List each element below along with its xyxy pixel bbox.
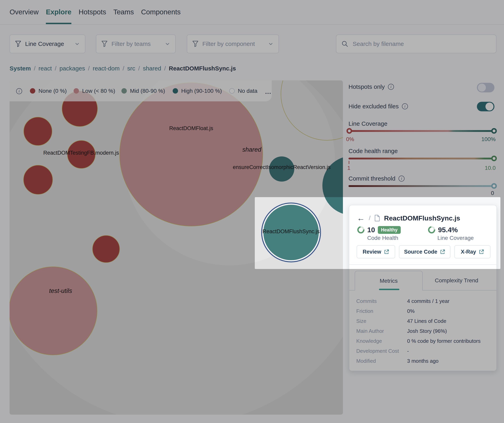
commit-threshold-slider[interactable]: [348, 185, 495, 187]
file-bubble[interactable]: [24, 117, 52, 146]
metric-row-friction: Friction0%: [356, 306, 490, 316]
bubble-label: ReactDOMFloat.js: [169, 125, 213, 131]
metric-label: Knowledge: [356, 338, 407, 344]
breadcrumb-separator: /: [138, 65, 140, 72]
legend-dot-icon: [229, 88, 235, 94]
tab-complexity-trend[interactable]: Complexity Trend: [423, 271, 491, 290]
component-filter-dropdown[interactable]: Filter by component: [187, 35, 279, 53]
metric-label: Size: [356, 318, 407, 324]
metric-label: Friction: [356, 308, 407, 314]
chevron-down-icon: [75, 41, 80, 47]
legend-dot-icon: [173, 88, 178, 94]
breadcrumb-separator: /: [164, 65, 166, 72]
card-divider: [349, 264, 496, 265]
coverage-filter-value: Line Coverage: [25, 41, 71, 47]
code-health-ring-icon: [356, 225, 366, 235]
code-health-slider[interactable]: [348, 158, 495, 159]
active-tab-indicator: [379, 289, 399, 290]
funnel-icon: [15, 41, 21, 47]
hotspots-only-toggle[interactable]: [477, 83, 494, 92]
legend-item[interactable]: Low (< 80 %): [74, 80, 115, 101]
metric-label: Main Author: [356, 328, 407, 334]
breadcrumb-link-system[interactable]: System: [10, 65, 31, 72]
metric-value: 4 commits / 1 year: [407, 298, 449, 304]
breadcrumb-link-src[interactable]: src: [127, 65, 135, 72]
button-label: Review: [363, 249, 381, 255]
hide-excluded-label: Hide excluded files i: [348, 103, 408, 110]
legend-dot-icon: [121, 88, 127, 94]
file-bubble[interactable]: [23, 165, 53, 195]
search-icon: [342, 41, 348, 47]
line-coverage-label: Line Coverage: [438, 235, 474, 241]
breadcrumb-link-react[interactable]: react: [38, 65, 52, 72]
breadcrumb-current: ReactDOMFlushSync.js: [169, 65, 236, 72]
review-button[interactable]: Review: [357, 245, 395, 258]
legend-label: None (0 %): [38, 88, 67, 94]
line-coverage-max-handle[interactable]: [491, 128, 497, 134]
legend-item[interactable]: Mid (80-90 %): [121, 80, 165, 101]
legend-more[interactable]: ...: [265, 88, 271, 95]
legend-item[interactable]: High (90-100 %): [173, 80, 222, 101]
back-arrow-icon[interactable]: ←: [357, 214, 365, 222]
line-coverage-ring-icon: [427, 225, 437, 235]
file-title: ReactDOMFlushSync.js: [384, 214, 460, 222]
line-coverage-slider[interactable]: [348, 130, 495, 132]
breadcrumb-separator: /: [55, 65, 56, 72]
breadcrumb-link-react-dom[interactable]: react-dom: [93, 65, 120, 72]
code-health-stat: 10 Healthy: [357, 226, 401, 234]
group-label: shared: [242, 146, 261, 153]
code-health-max: 10.0: [474, 165, 496, 171]
code-health-max-handle[interactable]: [491, 156, 497, 161]
commit-threshold-handle[interactable]: [491, 183, 497, 189]
file-bubble[interactable]: [120, 83, 263, 226]
legend-label: High (90-100 %): [181, 88, 222, 94]
nav-tab-explore[interactable]: Explore: [46, 8, 71, 24]
file-detail-card: ← / ReactDOMFlushSync.js 10 Healthy Code…: [349, 205, 497, 371]
info-icon[interactable]: i: [16, 88, 22, 94]
funnel-icon: [102, 41, 108, 47]
legend-label: No data: [238, 88, 257, 94]
funnel-icon: [192, 41, 198, 47]
breadcrumb: System/react/packages/react-dom/src/shar…: [10, 65, 236, 72]
line-coverage-max: 100%: [474, 136, 496, 142]
x-ray-button[interactable]: X-Ray: [454, 245, 491, 258]
metric-value: Josh Story (96%): [407, 328, 447, 334]
source-code-button[interactable]: Source Code: [399, 245, 450, 258]
code-health-min-tick: [349, 161, 349, 164]
tab-metrics[interactable]: Metrics: [355, 271, 423, 290]
info-icon[interactable]: i: [388, 84, 394, 90]
metric-value: 0%: [407, 308, 415, 314]
info-icon[interactable]: i: [399, 176, 404, 182]
breadcrumb-link-packages[interactable]: packages: [60, 65, 85, 72]
file-bubble[interactable]: [10, 267, 97, 355]
nav-tab-components[interactable]: Components: [141, 8, 180, 24]
nav-tab-hotspots[interactable]: Hotspots: [78, 8, 106, 24]
metric-value: -: [407, 348, 409, 354]
bubble-label: ensureCorrectIsomorphicReactVersion.js: [233, 164, 331, 170]
code-health-min: 1: [347, 165, 350, 171]
metric-label: Commits: [356, 298, 407, 304]
file-bubble[interactable]: [92, 235, 120, 263]
nav-tab-teams[interactable]: Teams: [113, 8, 134, 24]
top-nav: OverviewExploreHotspotsTeamsComponents: [10, 8, 181, 24]
search-input[interactable]: [353, 41, 491, 47]
line-coverage-stat: 95.4%: [428, 226, 458, 234]
coverage-filter-dropdown[interactable]: Line Coverage: [10, 35, 85, 53]
legend-item[interactable]: None (0 %): [30, 80, 67, 101]
legend-item[interactable]: No data: [229, 80, 257, 101]
coverage-bubble-chart[interactable]: ReactDOMFloat.jsReactDOMTestingFB.modern…: [10, 80, 343, 415]
nav-tab-overview[interactable]: Overview: [10, 8, 39, 24]
code-health-value: 10: [367, 226, 375, 234]
hotspots-only-label: Hotspots only i: [348, 83, 394, 90]
teams-filter-dropdown[interactable]: Filter by teams: [96, 35, 176, 53]
button-label: X-Ray: [461, 249, 476, 255]
info-icon[interactable]: i: [402, 103, 408, 109]
code-health-label: Code Health: [367, 235, 398, 241]
hide-excluded-toggle[interactable]: [477, 102, 494, 111]
breadcrumb-link-shared[interactable]: shared: [143, 65, 161, 72]
breadcrumb-separator: /: [88, 65, 90, 72]
metric-value: 0 % code by former contributors: [407, 338, 481, 344]
line-coverage-value: 95.4%: [438, 226, 458, 234]
group-label: test-utils: [49, 287, 72, 294]
line-coverage-min-handle[interactable]: [347, 128, 352, 134]
